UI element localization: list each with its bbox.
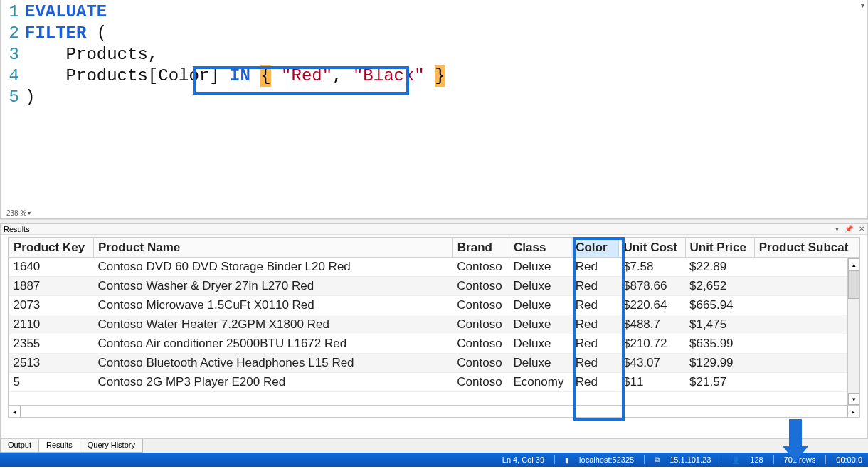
column-header[interactable]: Brand xyxy=(452,238,509,258)
code-token xyxy=(343,65,353,87)
table-cell: Contoso Microwave 1.5CuFt X0110 Red xyxy=(93,296,452,315)
code-token: ( xyxy=(86,23,107,44)
code-line[interactable]: 2FILTER ( xyxy=(1,23,867,44)
table-cell: Deluxe xyxy=(509,277,571,296)
column-header[interactable]: Product Key xyxy=(9,238,94,258)
table-cell: $220.64 xyxy=(619,296,685,315)
results-grid[interactable]: Product KeyProduct NameBrandClassColorUn… xyxy=(9,238,859,392)
code-token: } xyxy=(435,65,445,87)
table-cell: $1,475 xyxy=(685,315,754,334)
code-line[interactable]: 1EVALUATE xyxy=(1,1,867,23)
table-cell: $210.72 xyxy=(619,334,685,354)
code-token: ] xyxy=(209,65,219,87)
line-number: 3 xyxy=(1,44,25,65)
code-line[interactable]: 3 Products, xyxy=(1,44,867,65)
table-cell: $21.57 xyxy=(685,373,754,392)
table-cell: 1887 xyxy=(9,277,94,296)
table-cell xyxy=(754,354,859,373)
user-icon: 👤 xyxy=(731,456,740,464)
column-header[interactable]: Product Subcat xyxy=(754,238,859,258)
table-cell: Deluxe xyxy=(509,334,571,354)
table-row[interactable]: 1887Contoso Washer & Dryer 27in L270 Red… xyxy=(9,277,859,296)
server-icon: ▮ xyxy=(565,456,569,464)
table-cell: 2073 xyxy=(9,296,94,315)
hscroll-track[interactable] xyxy=(21,406,847,417)
zoom-indicator[interactable]: 238 % ▾ xyxy=(6,209,31,217)
chevron-down-icon[interactable]: ▾ xyxy=(28,210,31,216)
column-header[interactable]: Unit Cost xyxy=(619,238,685,258)
row-count: 701 rows xyxy=(784,455,816,464)
table-row[interactable]: 2355Contoso Air conditioner 25000BTU L16… xyxy=(9,334,859,354)
bottom-tabs: OutputResultsQuery History xyxy=(0,438,868,453)
table-cell: $878.66 xyxy=(619,277,685,296)
table-cell: Contoso xyxy=(452,277,509,296)
column-header[interactable]: Product Name xyxy=(93,238,452,258)
table-cell xyxy=(754,277,859,296)
pin-icon[interactable]: 📌 xyxy=(845,225,853,233)
table-row[interactable]: 2513Contoso Bluetooth Active Headphones … xyxy=(9,354,859,373)
zoom-value: 238 % xyxy=(6,209,26,217)
table-cell: Deluxe xyxy=(509,354,571,373)
table-cell: Contoso xyxy=(452,296,509,315)
table-row[interactable]: 2110Contoso Water Heater 7.2GPM X1800 Re… xyxy=(9,315,859,334)
horizontal-scrollbar[interactable]: ◂ ▸ xyxy=(9,405,859,417)
table-cell: $488.7 xyxy=(619,315,685,334)
table-cell: Deluxe xyxy=(509,296,571,315)
table-row[interactable]: 5Contoso 2G MP3 Player E200 RedContosoEc… xyxy=(9,373,859,392)
editor-pane[interactable]: ▾ 1EVALUATE2FILTER (3 Products,4 Product… xyxy=(0,0,868,219)
table-cell: $43.07 xyxy=(619,354,685,373)
table-cell: Contoso DVD 60 DVD Storage Binder L20 Re… xyxy=(93,258,452,277)
table-cell xyxy=(754,334,859,354)
scroll-up-icon[interactable]: ▴ xyxy=(848,258,859,270)
dropdown-icon[interactable]: ▾ xyxy=(835,225,839,233)
user-count: 128 xyxy=(750,455,763,464)
table-row[interactable]: 2073Contoso Microwave 1.5CuFt X0110 RedC… xyxy=(9,296,859,315)
tab-query-history[interactable]: Query History xyxy=(80,439,143,453)
code-token: , xyxy=(332,65,342,87)
code-token: IN xyxy=(230,65,250,87)
scroll-thumb[interactable] xyxy=(848,270,859,299)
table-cell: Deluxe xyxy=(509,315,571,334)
table-cell: Red xyxy=(571,277,619,296)
table-cell xyxy=(754,315,859,334)
server-name: localhost:52325 xyxy=(579,455,634,464)
code-token xyxy=(250,65,260,87)
scroll-down-icon[interactable]: ▾ xyxy=(848,393,859,405)
table-cell: Red xyxy=(571,373,619,392)
column-header[interactable]: Color xyxy=(571,238,619,258)
code-token: , xyxy=(148,44,158,65)
code-line[interactable]: 4 Products[Color] IN { "Red", "Black" } xyxy=(1,65,867,87)
column-header[interactable]: Unit Price xyxy=(685,238,754,258)
table-cell: 2110 xyxy=(9,315,94,334)
table-cell: $129.99 xyxy=(685,354,754,373)
table-cell: Contoso xyxy=(452,315,509,334)
query-time: 00:00.0 xyxy=(836,455,862,464)
scroll-right-icon[interactable]: ▸ xyxy=(847,406,859,418)
code-token: FILTER xyxy=(25,23,86,44)
table-cell: $22.89 xyxy=(685,258,754,277)
table-cell xyxy=(754,373,859,392)
column-header[interactable]: Class xyxy=(509,238,571,258)
cursor-position: Ln 4, Col 39 xyxy=(502,455,544,464)
code-editor[interactable]: 1EVALUATE2FILTER (3 Products,4 Products[… xyxy=(1,0,867,110)
scroll-left-icon[interactable]: ◂ xyxy=(9,406,21,418)
pin-icon[interactable]: ▾ xyxy=(861,1,864,9)
code-token: EVALUATE xyxy=(25,1,107,23)
table-cell: Red xyxy=(571,296,619,315)
table-cell: Contoso xyxy=(452,258,509,277)
table-cell: Red xyxy=(571,258,619,277)
table-cell: Contoso Washer & Dryer 27in L270 Red xyxy=(93,277,452,296)
tab-results[interactable]: Results xyxy=(38,439,80,453)
results-grid-wrapper: Product KeyProduct NameBrandClassColorUn… xyxy=(8,237,860,418)
table-cell: Contoso xyxy=(452,373,509,392)
vertical-scrollbar[interactable]: ▴ ▾ xyxy=(847,258,859,405)
results-title: Results xyxy=(4,225,30,233)
table-row[interactable]: 1640Contoso DVD 60 DVD Storage Binder L2… xyxy=(9,258,859,277)
close-icon[interactable]: ✕ xyxy=(859,225,864,233)
tab-output[interactable]: Output xyxy=(0,439,39,453)
code-token: Products xyxy=(66,65,148,87)
code-token xyxy=(25,44,66,65)
code-token: Products xyxy=(66,44,148,65)
code-line[interactable]: 5) xyxy=(1,87,867,108)
code-token: [ xyxy=(148,65,158,87)
